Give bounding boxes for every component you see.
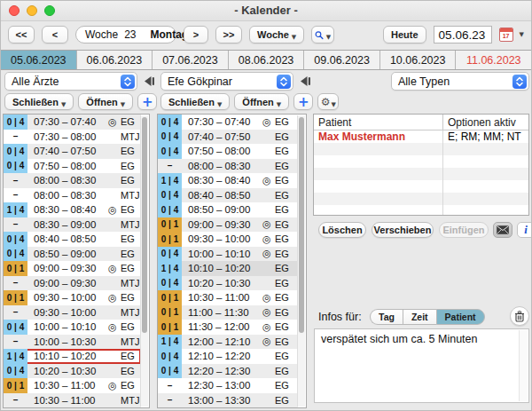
scrollbar[interactable] (519, 330, 528, 401)
open-slots-button[interactable]: Öffnen▼ (234, 93, 289, 110)
appointment-slot-row[interactable]: –08:30 – 09:00MTJ (4, 217, 141, 233)
envelope-icon (497, 225, 509, 234)
view-mode-menu-button[interactable]: Woche▼ (249, 26, 304, 43)
slot-time: 08:30 – 08:40 (188, 175, 262, 186)
appointment-slot-row[interactable]: 0 | 408:50 – 09:00EG (158, 202, 298, 217)
appointment-slot-row[interactable]: 0 | 407:40 – 07:50EG (4, 144, 141, 159)
patient-table-header: Patient Optionen aktiv (314, 115, 528, 130)
tab-zeit[interactable]: Zeit (403, 309, 436, 325)
previous-day-button[interactable]: < (42, 26, 68, 43)
tab-patient[interactable]: Patient (436, 309, 485, 325)
info-button[interactable]: i (517, 222, 532, 238)
patient-row[interactable]: Max MustermannE; RM; MM; NT (314, 130, 528, 143)
appointment-slot-row[interactable]: 0 | 407:30 – 07:40◎EG (4, 115, 141, 130)
search-button[interactable]: ▼ (311, 26, 334, 43)
appointment-slot-row[interactable]: –07:30 – 08:00MTJ (4, 130, 141, 145)
close-slots-button[interactable]: Schließen▼ (4, 93, 74, 110)
tab-date-6[interactable]: 10.06.2023 (380, 51, 457, 69)
add-slot-button[interactable]: + (293, 93, 313, 110)
appointment-slot-row[interactable]: 0 | 407:50 – 08:00EG (4, 159, 141, 174)
mail-button[interactable] (493, 222, 512, 238)
appointment-slot-row[interactable]: 0 | 408:40 – 08:50EG (158, 188, 298, 203)
announce-practitioner-button[interactable] (296, 72, 314, 90)
appointment-slot-row[interactable]: –13:00 – 13:30EG (158, 393, 298, 408)
move-button[interactable]: Verschieben (372, 222, 434, 238)
appointment-slot-row[interactable]: –08:00 – 08:30EG (4, 173, 141, 188)
appointment-slot-row[interactable]: 0 | 410:20 – 10:30EG (4, 364, 141, 379)
appointment-slot-row[interactable]: 0 | 410:20 – 10:30EG (158, 276, 298, 291)
tab-date-5[interactable]: 09.06.2023 (304, 51, 380, 69)
appointment-slot-row[interactable]: 0 | 407:50 – 08:00EG (158, 144, 298, 159)
appointment-slot-row[interactable]: 1 | 408:30 – 08:40◎EG (158, 173, 298, 188)
all-types-select[interactable]: Alle Typen (391, 72, 529, 91)
appointment-slot-row[interactable]: 0 | 410:00 – 10:10◎EG (4, 320, 141, 335)
appointment-list-2: 0 | 407:30 – 07:40◎EG0 | 407:40 – 07:50E… (157, 114, 307, 408)
appointment-slot-row[interactable]: 0 | 412:20 – 12:30EG (158, 364, 298, 379)
appointment-slot-row[interactable]: 0 | 412:10 – 12:20EG (158, 349, 298, 364)
appointment-slot-row[interactable]: –08:00 – 08:30MTJ (4, 188, 141, 203)
appointment-slot-row[interactable] (4, 407, 141, 408)
patient-column-header: Patient (314, 115, 443, 130)
appointment-slot-row[interactable] (158, 407, 298, 408)
tab-tag[interactable]: Tag (370, 309, 403, 325)
tab-date-4[interactable]: 08.06.2023 (229, 51, 305, 69)
note-textarea[interactable]: verspätet sich um ca. 5 Minuten (314, 328, 529, 403)
delete-note-button[interactable] (510, 306, 529, 326)
appointment-slot-row[interactable]: –09:30 – 10:00MTJ (4, 305, 141, 320)
appointment-slot-row[interactable]: 0 | 407:30 – 07:40◎EG (158, 115, 298, 130)
scrollbar[interactable] (297, 115, 305, 407)
slot-settings-button[interactable]: ⚙▼ (317, 93, 339, 110)
appointment-slot-row[interactable]: –10:00 – 10:30MTJ (4, 335, 141, 350)
appointment-slot-row[interactable]: 1 | 412:00 – 12:10◎EG (158, 335, 298, 350)
scrollbar-thumb[interactable] (299, 117, 304, 333)
tab-date-2[interactable]: 06.06.2023 (77, 51, 153, 69)
add-slot-button[interactable]: + (137, 93, 157, 110)
tab-date-7[interactable]: 11.06.2023 (456, 51, 531, 69)
speaker-icon (144, 75, 155, 87)
slot-time: 08:40 – 08:50 (188, 190, 262, 201)
scrollbar[interactable] (140, 115, 148, 407)
practitioner-code: EG (275, 131, 289, 142)
all-doctors-select[interactable]: Alle Ärzte (4, 72, 137, 91)
tab-date-3[interactable]: 07.06.2023 (153, 51, 229, 69)
appointment-slot-row[interactable]: 0 | 109:30 – 10:00◎EG (158, 232, 298, 247)
appointment-slot-row[interactable]: 0 | 111:30 – 12:00◎EG (158, 320, 298, 335)
appointment-slot-row[interactable]: 0 | 109:30 – 10:00◎EG (4, 290, 141, 305)
close-slots-button[interactable]: Schließen▼ (160, 93, 230, 110)
scrollbar-thumb[interactable] (142, 117, 147, 333)
tab-date-1[interactable]: 05.06.2023 (1, 51, 77, 69)
appointment-slot-row[interactable]: –10:30 – 11:00MTJ (4, 393, 141, 408)
announce-doctor-button[interactable] (140, 72, 158, 90)
appointment-slot-row[interactable]: –08:00 – 08:30EG (158, 159, 298, 174)
slot-count-badge: 0 | 4 (158, 202, 182, 217)
practitioner-select[interactable]: Efe Gökpinar (160, 72, 293, 91)
slot-time: 07:40 – 07:50 (188, 131, 262, 142)
appointment-slot-row[interactable]: 0 | 110:30 – 11:00◎EG (158, 290, 298, 305)
appointment-slot-row[interactable]: 1 | 410:10 – 10:20EG (158, 261, 298, 276)
appointment-slot-row[interactable]: 0 | 109:00 – 09:30◎EG (4, 261, 141, 276)
appointment-slot-row[interactable]: 0 | 408:50 – 09:00EG (4, 247, 141, 262)
appointment-slot-row[interactable]: 0 | 408:40 – 08:50EG (4, 232, 141, 247)
slot-count-badge: – (4, 335, 27, 350)
next-day-button[interactable]: > (184, 26, 208, 43)
appointment-slot-row[interactable]: 0 | 109:00 – 09:30◎EG (158, 217, 298, 233)
appointment-slot-row[interactable]: 0 | 407:40 – 07:50EG (158, 130, 298, 145)
today-button[interactable]: Heute (383, 26, 426, 43)
previous-week-button[interactable]: << (8, 26, 35, 43)
date-input[interactable]: 05.06.23 (434, 26, 492, 43)
patient-cell: Max Mustermann (314, 130, 443, 143)
slot-time: 07:50 – 08:00 (34, 161, 108, 171)
week-day-field[interactable]: Woche 23 Montag (75, 26, 176, 43)
appointment-slot-row[interactable]: 0 | 110:30 – 11:00◎EG (4, 378, 141, 393)
calendar-picker-button[interactable]: 17 ▼ (499, 28, 524, 42)
appointment-slot-row[interactable]: 1 | 410:10 – 10:20EG (4, 349, 141, 364)
practitioner-code: EG (275, 219, 289, 230)
appointment-slot-row[interactable]: 0 | 410:00 – 10:10◎EG (158, 247, 298, 262)
appointment-slot-row[interactable]: 1 | 408:30 – 08:40◎EG (4, 202, 141, 217)
delete-button[interactable]: Löschen (318, 222, 366, 238)
next-week-button[interactable]: >> (215, 26, 242, 43)
open-slots-button[interactable]: Öffnen▼ (78, 93, 133, 110)
appointment-slot-row[interactable]: –09:00 – 09:30MTJ (4, 276, 141, 291)
appointment-slot-row[interactable]: –12:30 – 13:00EG (158, 378, 298, 393)
appointment-slot-row[interactable]: 0 | 111:00 – 11:30◎EG (158, 305, 298, 320)
